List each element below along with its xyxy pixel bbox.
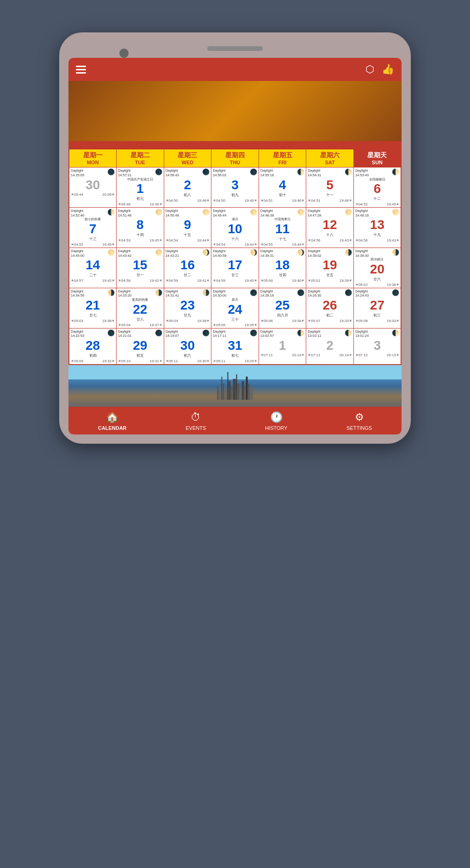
cal-cell-20-w2[interactable]: Daylight14:36:30 🌗 西洋棋日 20 廿六 ☀05:02 19:… xyxy=(353,248,401,288)
nav-label-events: EVENTS xyxy=(186,425,206,431)
calendar-week-2: Daylight14:45:00 🌕 14 二十 ☀04:57 19:42☀ D… xyxy=(69,248,401,288)
nav-item-history[interactable]: 🕐HISTORY xyxy=(265,411,288,431)
hero-section xyxy=(207,0,263,32)
nav-label-calendar: CALENDAR xyxy=(98,425,127,431)
like-icon[interactable]: 👍 xyxy=(382,63,394,75)
day-header-mon: 星期一MON xyxy=(69,149,117,167)
cal-cell-2-w4[interactable]: Daylight13:02:11 🌓 2 ☀07:11 20:14☀ xyxy=(306,328,354,365)
cal-cell-9-w1[interactable]: Daylight14:50:48 🌕 9 十五 ☀04:54 19:44☀ xyxy=(164,207,211,248)
nav-item-settings[interactable]: ⚙SETTINGS xyxy=(346,411,372,431)
calendar-week-4: Daylight14:22:53 🌑 28 初四 ☀05:09 19:32☀ D… xyxy=(69,328,401,365)
cal-cell-4-w0[interactable]: Daylight14:55:18 🌓 4 初十 ☀04:51 19:46☀ xyxy=(259,167,306,208)
nav-icon-events: ⏱ xyxy=(191,411,201,423)
phone-screen: ⬡ 👍 星期一MON星期二TUE星期三WED星期四THU星期五FRI星期六SAT… xyxy=(68,58,402,434)
nav-label-history: HISTORY xyxy=(265,425,288,431)
month-header xyxy=(68,141,402,149)
nav-item-calendar[interactable]: 🏠CALENDAR xyxy=(98,411,127,431)
cal-cell-16-w2[interactable]: Daylight14:42:21 🌖 16 廿二 ☀04:59 19:41☀ xyxy=(164,248,211,288)
calendar-week-1: Daylight14:52:46 🌓 较小的热量 7 十三 ☀04:52 19:… xyxy=(69,207,401,248)
day-header-sat: 星期六SAT xyxy=(306,149,354,167)
calendar-week-0: Daylight14:25:05 🌑 30 ☀05:44 20:09☀ Dayl… xyxy=(69,167,401,208)
cal-cell-5-w0[interactable]: Daylight14:54:31 🌓 5 十一 ☀04:51 19:46☀ xyxy=(306,167,354,208)
nav-icon-settings: ⚙ xyxy=(355,411,364,423)
nav-icon-history: 🕐 xyxy=(270,411,283,423)
day-header-wed: 星期三WED xyxy=(164,149,211,167)
hamburger-menu[interactable] xyxy=(76,66,86,74)
cal-cell-11-w1[interactable]: Daylight14:48:38 🌕 中国海事日 11 十七 ☀04:55 19… xyxy=(259,207,306,248)
app-bar: ⬡ 👍 xyxy=(68,58,402,81)
phone-speaker xyxy=(207,46,263,51)
cal-cell-1-w0[interactable]: Daylight14:57:21 🌑 中国共产党成立日 1 初七 ☀04:49 … xyxy=(117,167,164,208)
cal-cell-7-w1[interactable]: Daylight14:52:46 🌓 较小的热量 7 十三 ☀04:52 19:… xyxy=(69,207,117,248)
cal-cell-3-w4[interactable]: Daylight13:01:24 🌓 3 ☀07:12 20:13☀ xyxy=(353,328,401,365)
cal-cell-30-w0[interactable]: Daylight14:25:05 🌑 30 ☀05:44 20:09☀ xyxy=(69,167,117,208)
cal-cell-26-w3[interactable]: Daylight14:26:30 🌑 26 初二 ☀05:07 19:33☀ xyxy=(306,288,354,328)
day-header-fri: 星期五FRI xyxy=(259,149,306,167)
day-header-thu: 星期四THU xyxy=(211,149,259,167)
cal-cell-27-w3[interactable]: Daylight14:24:43 🌑 27 初三 ☀05:08 19:33☀ xyxy=(353,288,401,328)
hero-text xyxy=(207,0,263,32)
nav-icon-calendar: 🏠 xyxy=(106,411,118,423)
cal-cell-28-w4[interactable]: Daylight14:22:53 🌑 28 初四 ☀05:09 19:32☀ xyxy=(69,328,117,365)
calendar-week-3: Daylight14:34:56 🌗 21 廿七 ☀05:03 19:38☀ D… xyxy=(69,288,401,328)
cal-cell-24-w3[interactable]: Daylight14:30:00 🌑 新月 24 三十 ☀05:05 19:35… xyxy=(211,288,259,328)
cal-cell-12-w1[interactable]: Daylight14:47:28 🌕 12 十八 ☀04:56 19:43☀ xyxy=(306,207,354,248)
nav-label-settings: SETTINGS xyxy=(346,425,372,431)
cal-cell-30-w4[interactable]: Daylight14:19:07 🌑 30 初六 ☀05:11 19:30☀ xyxy=(164,328,211,365)
cal-cell-14-w2[interactable]: Daylight14:45:00 🌕 14 二十 ☀04:57 19:42☀ xyxy=(69,248,117,288)
phone-frame: ⬡ 👍 星期一MON星期二TUE星期三WED星期四THU星期五FRI星期六SAT… xyxy=(59,32,411,444)
bottom-nav: 🏠CALENDAR⏱EVENTS🕐HISTORY⚙SETTINGS xyxy=(68,407,402,434)
cal-cell-23-w3[interactable]: Daylight14:31:41 🌗 23 廿九 ☀05:04 19:36☀ xyxy=(164,288,211,328)
cal-cell-21-w3[interactable]: Daylight14:34:56 🌗 21 廿七 ☀05:03 19:38☀ xyxy=(69,288,117,328)
cal-cell-13-w1[interactable]: Daylight14:46:16 🌕 13 十九 ☀04:56 19:43☀ xyxy=(353,207,401,248)
cal-cell-2-w0[interactable]: Daylight14:56:43 🌑 2 初八 ☀04:50 19:46☀ xyxy=(164,167,211,208)
day-header-tue: 星期二TUE xyxy=(117,149,164,167)
cal-cell-10-w1[interactable]: Daylight14:49:44 🌕 满月 10 十六 ☀04:54 19:44… xyxy=(211,207,259,248)
cal-cell-18-w2[interactable]: Daylight14:39:31 🌖 18 廿四 ☀05:00 19:40☀ xyxy=(259,248,306,288)
cal-cell-15-w2[interactable]: Daylight14:43:42 🌕 15 廿一 ☀04:58 19:42☀ xyxy=(117,248,164,288)
share-icon[interactable]: ⬡ xyxy=(365,63,374,75)
banner xyxy=(68,81,402,141)
app-bar-icons: ⬡ 👍 xyxy=(365,63,394,75)
city-photo xyxy=(68,365,402,407)
cal-cell-29-w4[interactable]: Daylight14:21:01 🌑 29 初五 ☀05:10 19:31☀ xyxy=(117,328,164,365)
day-header-sun: 星期天SUN xyxy=(353,149,401,167)
cal-cell-25-w3[interactable]: Daylight14:28:16 🌑 25 闰六月 ☀05:06 19:34☀ xyxy=(259,288,306,328)
cal-cell-19-w2[interactable]: Daylight14:38:02 🌗 19 廿五 ☀05:01 19:39☀ xyxy=(306,248,354,288)
cal-cell-31-w4[interactable]: Daylight14:17:11 🌑 31 初七 ☀05:11 19:29☀ xyxy=(211,328,259,365)
phone-camera xyxy=(119,49,129,58)
cal-cell-17-w2[interactable]: Daylight14:40:58 🌖 17 廿三 ☀04:59 19:40☀ xyxy=(211,248,259,288)
cal-cell-3-w0[interactable]: Daylight14:56:02 🌑 3 初九 ☀04:50 19:46☀ xyxy=(211,167,259,208)
cal-cell-8-w1[interactable]: Daylight14:51:48 🌕 8 十四 ☀04:53 19:45☀ xyxy=(117,207,164,248)
cal-cell-22-w3[interactable]: Daylight14:33:20 🌗 更高的热量 22 廿八 ☀05:04 19… xyxy=(117,288,164,328)
calendar-table: 星期一MON星期二TUE星期三WED星期四THU星期五FRI星期六SAT星期天S… xyxy=(68,149,402,365)
cal-cell-1-w4[interactable]: Daylight13:02:57 🌓 1 ☀07:11 20:14☀ xyxy=(259,328,306,365)
nav-item-events[interactable]: ⏱EVENTS xyxy=(186,411,206,431)
cal-cell-6-w0[interactable]: Daylight14:53:40 🌓 全国接吻日 6 十二 ☀04:52 19:… xyxy=(353,167,401,208)
